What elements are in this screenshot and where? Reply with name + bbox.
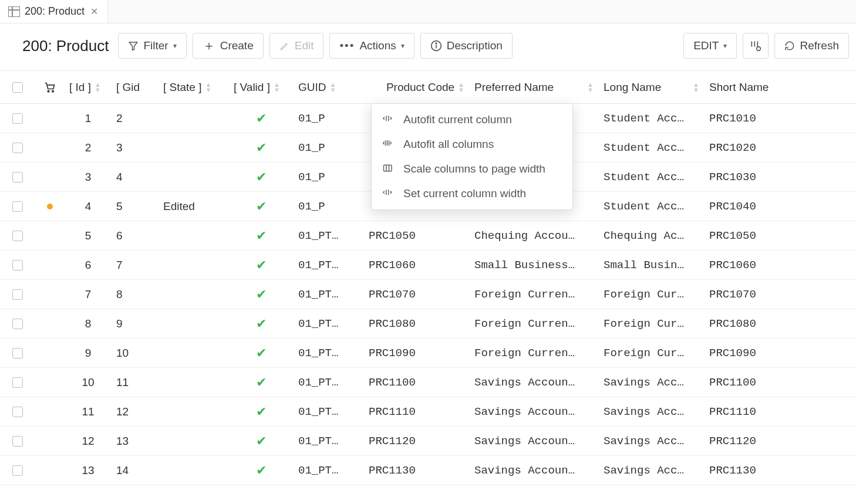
cell-valid[interactable]: ✔: [229, 258, 294, 273]
cell-long-name[interactable]: Student Acc…: [599, 141, 705, 154]
cell-gid[interactable]: 6: [112, 229, 159, 242]
cell-gid[interactable]: 12: [112, 405, 159, 418]
cell-guid[interactable]: 01_PT…: [294, 376, 364, 389]
cell-valid[interactable]: ✔: [229, 140, 294, 155]
header-preferred-name[interactable]: Preferred Name▲▼: [470, 81, 599, 94]
cell-product-code[interactable]: PRC1130: [364, 464, 470, 477]
cell-valid[interactable]: ✔: [229, 170, 294, 185]
row-checkbox[interactable]: [0, 260, 35, 270]
cell-long-name[interactable]: Savings Acc…: [599, 405, 705, 418]
cell-preferred-name[interactable]: Savings Accoun…: [470, 376, 599, 389]
row-checkbox[interactable]: [0, 348, 35, 358]
row-checkbox[interactable]: [0, 113, 35, 124]
cell-guid[interactable]: 01_PT…: [294, 317, 364, 330]
filter-button[interactable]: Filter ▾: [118, 33, 186, 59]
cell-short-name[interactable]: PRC1040: [705, 200, 781, 213]
cell-valid[interactable]: ✔: [229, 199, 294, 214]
cell-guid[interactable]: 01_PT…: [294, 347, 364, 360]
header-state[interactable]: [ State ]▲▼: [159, 81, 229, 94]
cell-short-name[interactable]: PRC1080: [705, 317, 781, 330]
cell-valid[interactable]: ✔: [229, 434, 294, 449]
sort-icon[interactable]: ▲▼: [95, 82, 101, 93]
sort-icon[interactable]: ▲▼: [693, 82, 699, 93]
table-row[interactable]: 56✔01_PT…PRC1050Chequing Accou…Chequing …: [0, 221, 856, 251]
row-checkbox[interactable]: [0, 377, 35, 388]
cell-id[interactable]: 11: [65, 405, 112, 418]
cell-long-name[interactable]: Chequing Ac…: [599, 229, 705, 242]
cell-product-code[interactable]: PRC1070: [364, 288, 470, 301]
cell-gid[interactable]: 11: [112, 376, 159, 389]
table-row[interactable]: 1314✔01_PT…PRC1130Savings Accoun…Savings…: [0, 456, 856, 485]
cell-id[interactable]: 6: [65, 259, 112, 272]
cell-guid[interactable]: 01_PT…: [294, 259, 364, 272]
cell-guid[interactable]: 01_P: [294, 200, 364, 213]
header-checkbox[interactable]: [0, 82, 35, 93]
mode-button[interactable]: EDIT ▾: [683, 33, 737, 59]
cell-product-code[interactable]: PRC1090: [364, 347, 470, 360]
cell-gid[interactable]: 14: [112, 464, 159, 477]
tab-product[interactable]: 200: Product ✕: [0, 0, 108, 23]
autofit-current-column[interactable]: Autofit current column: [372, 107, 572, 132]
cell-preferred-name[interactable]: Savings Accoun…: [470, 405, 599, 418]
row-checkbox[interactable]: [0, 231, 35, 241]
cell-product-code[interactable]: PRC1100: [364, 376, 470, 389]
cell-gid[interactable]: 2: [112, 112, 159, 125]
cell-short-name[interactable]: PRC1020: [705, 141, 781, 154]
table-row[interactable]: 1112✔01_PT…PRC1110Savings Accoun…Savings…: [0, 397, 856, 427]
cell-long-name[interactable]: Savings Acc…: [599, 376, 705, 389]
set-current-column-width[interactable]: Set current column width: [372, 181, 572, 206]
cell-long-name[interactable]: Small Busin…: [599, 259, 705, 272]
cell-product-code[interactable]: PRC1060: [364, 259, 470, 272]
row-checkbox[interactable]: [0, 172, 35, 182]
cell-valid[interactable]: ✔: [229, 346, 294, 361]
cell-long-name[interactable]: Student Acc…: [599, 171, 705, 184]
cell-preferred-name[interactable]: Foreign Curren…: [470, 288, 599, 301]
header-short-name[interactable]: Short Name: [705, 81, 781, 94]
cell-id[interactable]: 5: [65, 229, 112, 242]
close-icon[interactable]: ✕: [89, 5, 99, 18]
cell-valid[interactable]: ✔: [229, 316, 294, 332]
cell-long-name[interactable]: Savings Acc…: [599, 435, 705, 448]
header-cart[interactable]: [35, 82, 65, 93]
cell-valid[interactable]: ✔: [229, 404, 294, 420]
row-checkbox[interactable]: [0, 289, 35, 300]
cell-preferred-name[interactable]: Foreign Curren…: [470, 347, 599, 360]
cell-short-name[interactable]: PRC1070: [705, 288, 781, 301]
cell-gid[interactable]: 10: [112, 347, 159, 360]
table-row[interactable]: 1011✔01_PT…PRC1100Savings Accoun…Savings…: [0, 368, 856, 397]
header-product-code[interactable]: Product Code▲▼: [364, 81, 470, 94]
cell-short-name[interactable]: PRC1050: [705, 229, 781, 242]
table-row[interactable]: 89✔01_PT…PRC1080Foreign Curren…Foreign C…: [0, 309, 856, 339]
cell-preferred-name[interactable]: Savings Accoun…: [470, 464, 599, 477]
column-settings-button[interactable]: [743, 33, 769, 59]
cell-valid[interactable]: ✔: [229, 228, 294, 243]
actions-button[interactable]: ••• Actions ▾: [329, 33, 414, 59]
cell-short-name[interactable]: PRC1120: [705, 435, 781, 448]
header-valid[interactable]: [ Valid ]▲▼: [229, 81, 294, 94]
cell-product-code[interactable]: PRC1110: [364, 405, 470, 418]
cell-guid[interactable]: 01_PT…: [294, 405, 364, 418]
cell-id[interactable]: 1: [65, 112, 112, 125]
cell-id[interactable]: 7: [65, 288, 112, 301]
cell-preferred-name[interactable]: Savings Accoun…: [470, 435, 599, 448]
cell-product-code[interactable]: PRC1120: [364, 435, 470, 448]
refresh-button[interactable]: Refresh: [774, 33, 849, 59]
autofit-all-columns[interactable]: Autofit all columns: [372, 132, 572, 157]
cell-long-name[interactable]: Student Acc…: [599, 200, 705, 213]
sort-icon[interactable]: ▲▼: [587, 82, 594, 93]
header-gid[interactable]: [ Gid: [112, 81, 159, 94]
cell-gid[interactable]: 4: [112, 171, 159, 184]
cell-long-name[interactable]: Foreign Cur…: [599, 288, 705, 301]
header-long-name[interactable]: Long Name▲▼: [599, 81, 705, 94]
cell-guid[interactable]: 01_P: [294, 112, 364, 125]
table-row[interactable]: 1213✔01_PT…PRC1120Savings Accoun…Savings…: [0, 427, 856, 456]
row-checkbox[interactable]: [0, 143, 35, 153]
cell-short-name[interactable]: PRC1100: [705, 376, 781, 389]
cell-preferred-name[interactable]: Chequing Accou…: [470, 229, 599, 242]
cell-gid[interactable]: 13: [112, 435, 159, 448]
sort-icon[interactable]: ▲▼: [330, 82, 336, 93]
cell-long-name[interactable]: Student Acc…: [599, 112, 705, 125]
cell-gid[interactable]: 5: [112, 200, 159, 213]
cell-preferred-name[interactable]: Small Business…: [470, 259, 599, 272]
cell-long-name[interactable]: Foreign Cur…: [599, 317, 705, 330]
